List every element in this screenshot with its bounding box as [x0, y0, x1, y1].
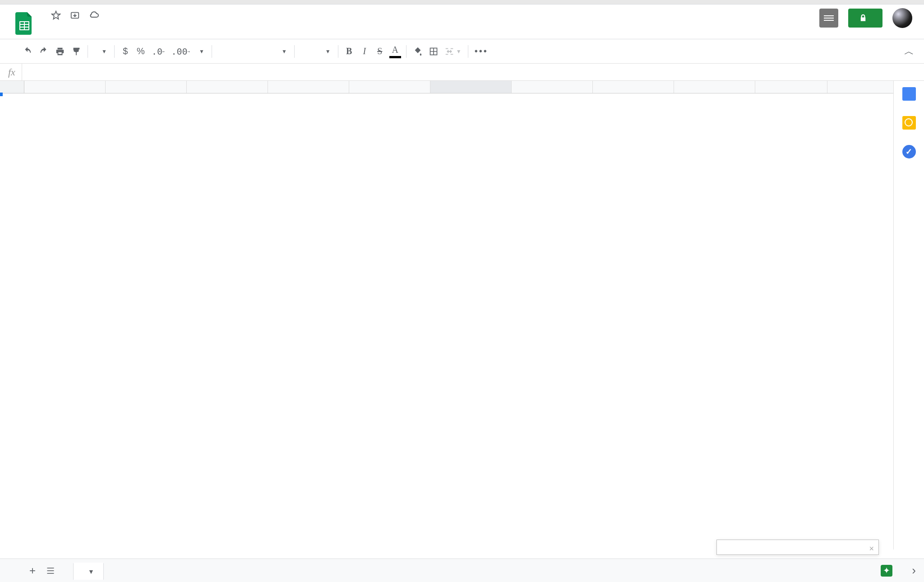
menu-insert[interactable]: [73, 23, 82, 27]
col-header-B[interactable]: [106, 81, 187, 93]
menu-addons[interactable]: [116, 23, 125, 27]
notification-close-icon[interactable]: ×: [869, 543, 874, 555]
explore-button[interactable]: ✦: [881, 565, 897, 577]
currency-button[interactable]: $: [118, 43, 133, 60]
col-header-G[interactable]: [512, 81, 593, 93]
col-header-A[interactable]: [24, 81, 106, 93]
col-header-D[interactable]: [268, 81, 349, 93]
menu-help[interactable]: [127, 23, 136, 27]
lock-icon: [859, 14, 867, 22]
document-title[interactable]: [41, 14, 44, 16]
more-toolbar-button[interactable]: •••: [472, 43, 491, 60]
text-color-button[interactable]: A: [388, 43, 402, 60]
col-header-E[interactable]: [349, 81, 430, 93]
menu-edit[interactable]: [51, 23, 60, 27]
cloud-status-icon[interactable]: [88, 10, 99, 21]
undo-button[interactable]: [20, 43, 35, 60]
col-header-F[interactable]: [430, 81, 512, 93]
zoom-selector[interactable]: ▼: [92, 43, 111, 60]
select-all-corner[interactable]: [0, 81, 24, 93]
merge-cells-button[interactable]: ▼: [442, 43, 464, 60]
fill-color-button[interactable]: [410, 43, 425, 60]
italic-button[interactable]: I: [357, 43, 372, 60]
number-format-button[interactable]: ▼: [194, 43, 208, 60]
menu-tools[interactable]: [106, 23, 115, 27]
svg-rect-11: [47, 573, 54, 574]
font-selector[interactable]: [216, 43, 279, 60]
sheet-tab[interactable]: ▼: [73, 563, 104, 580]
decrease-decimal-button[interactable]: .0←: [149, 43, 168, 60]
redo-button[interactable]: [36, 43, 51, 60]
svg-rect-3: [20, 25, 24, 27]
all-sheets-button[interactable]: [42, 562, 60, 580]
menu-format[interactable]: [84, 23, 93, 27]
fx-label: fx: [0, 64, 22, 80]
svg-rect-10: [47, 570, 54, 571]
side-panel-toggle-icon[interactable]: ›: [912, 563, 916, 577]
borders-button[interactable]: [426, 43, 441, 60]
print-button[interactable]: [52, 43, 68, 60]
tasks-sidebar-icon[interactable]: [902, 145, 916, 158]
menu-data[interactable]: [95, 23, 104, 27]
col-header-C[interactable]: [187, 81, 268, 93]
bold-button[interactable]: B: [342, 43, 356, 60]
move-icon[interactable]: [69, 10, 80, 21]
add-sheet-button[interactable]: +: [23, 562, 42, 580]
svg-rect-2: [25, 22, 28, 24]
svg-rect-9: [47, 568, 54, 568]
col-header-I[interactable]: [674, 81, 755, 93]
svg-rect-1: [20, 22, 24, 24]
col-header-J[interactable]: [755, 81, 827, 93]
star-icon[interactable]: [51, 10, 61, 21]
font-size-selector[interactable]: [298, 43, 323, 60]
svg-rect-6: [25, 28, 28, 29]
window-size-notification: ×: [716, 540, 879, 555]
share-button[interactable]: [848, 9, 882, 28]
percent-button[interactable]: %: [134, 43, 148, 60]
increase-decimal-button[interactable]: .00→: [168, 43, 193, 60]
svg-rect-4: [25, 25, 28, 27]
paint-format-button[interactable]: [69, 43, 84, 60]
collapse-toolbar-icon[interactable]: ︿: [904, 45, 914, 58]
col-header-H[interactable]: [593, 81, 674, 93]
menu-view[interactable]: [62, 23, 71, 27]
calendar-sidebar-icon[interactable]: [902, 87, 916, 101]
comments-button[interactable]: [819, 9, 838, 28]
strikethrough-button[interactable]: S: [373, 43, 387, 60]
menu-file[interactable]: [41, 23, 50, 27]
account-avatar[interactable]: [892, 8, 912, 28]
sheets-logo[interactable]: [12, 11, 37, 36]
svg-rect-5: [20, 28, 24, 29]
explore-icon: ✦: [881, 565, 892, 577]
spreadsheet-grid[interactable]: [0, 81, 893, 549]
keep-sidebar-icon[interactable]: [902, 116, 916, 130]
